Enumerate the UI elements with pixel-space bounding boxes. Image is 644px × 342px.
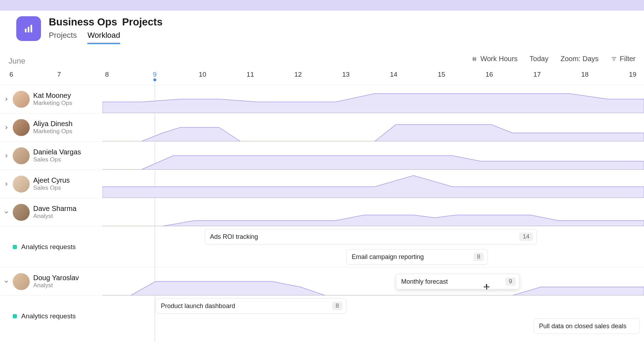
chevron-down-icon[interactable] xyxy=(4,210,9,215)
row-header[interactable]: Kat Mooney Marketing Ops xyxy=(0,85,103,113)
toolbar: Work Hours Today Zoom: Days Filter xyxy=(471,55,636,63)
chevron-right-icon[interactable] xyxy=(4,153,9,159)
svg-rect-0 xyxy=(25,29,27,33)
task-title: Email campaign reporting xyxy=(352,253,424,261)
task-title: Product launch dashboard xyxy=(161,302,235,310)
task-product-launch[interactable]: Product launch dashboard 8 xyxy=(156,298,346,314)
tab-projects[interactable]: Projects xyxy=(49,31,77,44)
svg-rect-2 xyxy=(30,25,32,32)
date-cell[interactable]: 16 xyxy=(486,71,493,78)
date-cell[interactable]: 12 xyxy=(294,71,302,78)
row-header[interactable]: Dave Sharma Analyst xyxy=(0,198,103,226)
person-name: Doug Yaroslav xyxy=(33,274,79,282)
child-label: Analytics requests xyxy=(21,243,76,251)
date-cell[interactable]: 11 xyxy=(247,71,254,78)
today-label: Today xyxy=(529,55,548,63)
rows: Kat Mooney Marketing Ops Aliya Dinesh Ma… xyxy=(0,85,644,336)
avatar xyxy=(13,176,30,193)
task-badge: 8 xyxy=(332,302,343,310)
date-cell[interactable]: 10 xyxy=(199,71,206,78)
svg-rect-1 xyxy=(28,27,29,33)
filter-label: Filter xyxy=(620,55,636,63)
top-banner xyxy=(0,0,644,11)
task-title: Monthly forecast xyxy=(401,278,448,285)
avatar xyxy=(13,119,30,136)
date-cell[interactable]: 15 xyxy=(438,71,445,78)
zoom-button[interactable]: Zoom: Days xyxy=(561,55,599,63)
chevron-down-icon[interactable] xyxy=(4,279,9,284)
avatar xyxy=(13,91,30,108)
avatar xyxy=(13,273,30,290)
work-hours-label: Work Hours xyxy=(480,55,517,63)
chart-icon xyxy=(23,23,34,34)
avatar xyxy=(13,204,30,221)
filter-icon xyxy=(611,56,617,62)
color-swatch xyxy=(13,314,17,318)
current-day-marker xyxy=(153,78,156,81)
date-row: 678910111213141516171819 xyxy=(0,71,644,85)
today-button[interactable]: Today xyxy=(529,55,548,63)
child-header[interactable]: Analytics requests xyxy=(0,296,103,336)
filter-button[interactable]: Filter xyxy=(611,55,636,63)
workload-area xyxy=(103,113,644,141)
row-header[interactable]: Daniela Vargas Sales Ops xyxy=(0,142,103,170)
task-badge: 9 xyxy=(505,277,516,286)
person-row-ajeet: Ajeet Cyrus Sales Ops xyxy=(0,170,644,198)
person-role: Analyst xyxy=(33,213,76,220)
chevron-right-icon[interactable] xyxy=(4,125,9,130)
row-header[interactable]: Ajeet Cyrus Sales Ops xyxy=(0,170,103,198)
person-name: Aliya Dinesh xyxy=(33,120,72,128)
task-title: Pull data on closed sales deals xyxy=(539,323,626,330)
person-role: Marketing Ops xyxy=(33,100,72,107)
chevron-right-icon[interactable] xyxy=(4,181,9,187)
task-badge: 14 xyxy=(519,232,533,241)
date-cell[interactable]: 14 xyxy=(390,71,397,78)
date-cell[interactable]: 13 xyxy=(342,71,350,78)
workload-area xyxy=(103,170,644,198)
person-role: Marketing Ops xyxy=(33,128,72,135)
date-cell[interactable]: 19 xyxy=(629,71,636,78)
month-label: June xyxy=(8,57,25,66)
workload-area xyxy=(103,142,644,170)
breadcrumb: Business Ops Projects xyxy=(49,16,163,28)
task-badge: 8 xyxy=(474,253,484,261)
person-row-dave: Dave Sharma Analyst xyxy=(0,198,644,226)
date-cell[interactable]: 9 xyxy=(153,71,157,78)
workload-area xyxy=(103,267,644,295)
app-icon[interactable] xyxy=(16,16,41,41)
breadcrumb-workspace[interactable]: Business Ops xyxy=(49,16,117,28)
task-title: Ads ROI tracking xyxy=(210,233,258,241)
person-role: Analyst xyxy=(33,282,79,289)
task-pull-data[interactable]: Pull data on closed sales deals xyxy=(534,318,640,334)
header: Business Ops Projects Projects Workload xyxy=(0,11,644,44)
person-row-aliya: Aliya Dinesh Marketing Ops xyxy=(0,113,644,141)
avatar xyxy=(13,147,30,164)
row-header[interactable]: Doug Yaroslav Analyst xyxy=(0,267,103,295)
zoom-label: Zoom: Days xyxy=(561,55,599,63)
date-cell[interactable]: 8 xyxy=(105,71,109,78)
workload-area xyxy=(103,85,644,113)
chevron-right-icon[interactable] xyxy=(4,96,9,102)
task-ads-roi[interactable]: Ads ROI tracking 14 xyxy=(205,229,537,244)
person-name: Dave Sharma xyxy=(33,205,76,213)
work-hours-button[interactable]: Work Hours xyxy=(471,55,517,63)
child-label: Analytics requests xyxy=(21,312,76,320)
date-cell[interactable]: 18 xyxy=(581,71,589,78)
row-header[interactable]: Aliya Dinesh Marketing Ops xyxy=(0,113,103,141)
person-role: Sales Ops xyxy=(33,156,81,163)
child-header[interactable]: Analytics requests xyxy=(0,226,103,267)
workload-area xyxy=(103,198,644,226)
person-row-kat: Kat Mooney Marketing Ops xyxy=(0,85,644,113)
person-row-daniela: Daniela Vargas Sales Ops xyxy=(0,141,644,170)
person-name: Kat Mooney xyxy=(33,92,72,100)
date-cell[interactable]: 6 xyxy=(10,71,13,78)
person-row-doug: Doug Yaroslav Analyst Monthly forecast 9 xyxy=(0,267,644,295)
tab-workload[interactable]: Workload xyxy=(87,31,120,44)
task-email[interactable]: Email campaign reporting 8 xyxy=(346,249,488,265)
date-cell[interactable]: 7 xyxy=(57,71,61,78)
person-name: Ajeet Cyrus xyxy=(33,176,70,184)
analytics-row-dave: Analytics requests Ads ROI tracking 14 E… xyxy=(0,226,644,267)
breadcrumb-section[interactable]: Projects xyxy=(122,16,162,28)
task-monthly-forecast[interactable]: Monthly forecast 9 xyxy=(396,274,520,289)
date-cell[interactable]: 17 xyxy=(533,71,541,78)
